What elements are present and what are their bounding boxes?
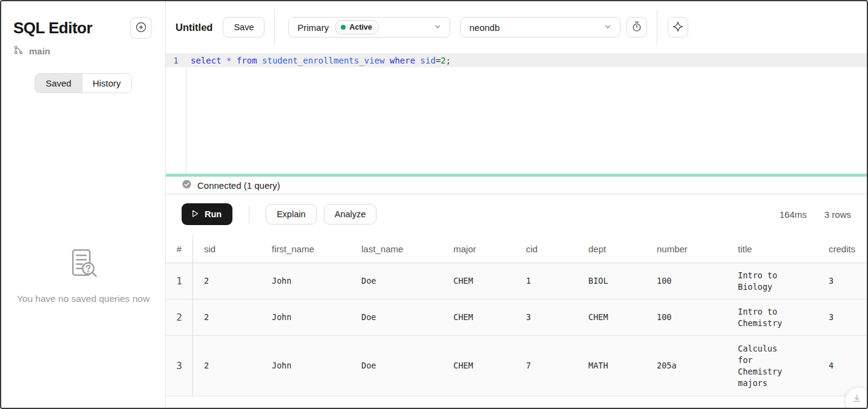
- code-editor[interactable]: 1 select * from student_enrollments_view…: [166, 53, 867, 174]
- cell-dept: CHEM: [577, 307, 646, 328]
- explain-button[interactable]: Explain: [266, 204, 317, 224]
- cell-credits: 4: [818, 355, 867, 376]
- cell-sid: 2: [193, 270, 261, 292]
- results-table: # sid first_name last_name major cid dep…: [166, 235, 867, 396]
- column-header: last_name: [350, 239, 442, 259]
- new-query-button[interactable]: [130, 17, 152, 39]
- toolbar-divider: [274, 10, 275, 45]
- status-badge-label: Active: [349, 23, 372, 31]
- cell-first-name: John: [261, 307, 350, 328]
- connection-statusbar: Connected (1 query): [166, 177, 867, 194]
- query-title: Untitled: [176, 22, 212, 33]
- cell-credits: 3: [818, 270, 867, 292]
- column-header: title: [727, 239, 818, 259]
- column-header: dept: [577, 239, 646, 259]
- cell-major: CHEM: [442, 307, 515, 328]
- column-header: cid: [515, 239, 577, 259]
- empty-state: You have no saved queries now: [1, 246, 165, 304]
- check-circle-icon: [182, 179, 192, 191]
- cell-major: CHEM: [442, 270, 515, 292]
- empty-state-text: You have no saved queries now: [17, 293, 150, 304]
- tab-saved[interactable]: Saved: [35, 74, 82, 93]
- query-timer-button[interactable]: [626, 17, 647, 38]
- cell-dept: BIOL: [577, 270, 646, 292]
- sidebar: SQL Editor main Saved History: [1, 1, 166, 408]
- ai-assist-button[interactable]: [668, 17, 688, 38]
- cell-cid: 3: [515, 307, 577, 328]
- analyze-button[interactable]: Analyze: [324, 204, 377, 224]
- cell-title: Calculus for Chemistry majors: [727, 338, 818, 394]
- saved-history-tabs: Saved History: [35, 73, 131, 93]
- play-icon: [190, 209, 200, 220]
- column-header: #: [166, 235, 193, 263]
- row-number: 1: [166, 263, 193, 299]
- gutter-divider: [186, 53, 186, 174]
- cell-title: Intro to Biology: [727, 265, 818, 298]
- column-header: credits: [818, 239, 867, 259]
- query-duration: 164ms: [780, 209, 807, 220]
- active-dot-icon: [341, 25, 346, 30]
- main-panel: Untitled Save Primary Active neondb: [166, 1, 867, 408]
- sql-query-text: select * from student_enrollments_view w…: [186, 56, 451, 65]
- cell-cid: 1: [515, 270, 577, 292]
- cell-title: Intro to Chemistry: [727, 301, 818, 334]
- run-button[interactable]: Run: [182, 203, 232, 225]
- connection-status-text: Connected (1 query): [197, 180, 280, 191]
- cell-first-name: John: [261, 270, 350, 292]
- code-line-active[interactable]: 1 select * from student_enrollments_view…: [166, 53, 867, 67]
- branch-selector-label: Primary: [297, 22, 329, 33]
- cell-cid: 7: [515, 355, 577, 376]
- document-search-icon: [66, 246, 101, 284]
- cell-last-name: Doe: [350, 307, 442, 328]
- sql-editor-window: SQL Editor main Saved History: [0, 0, 868, 409]
- sidebar-header: SQL Editor: [1, 1, 165, 39]
- cell-sid: 2: [193, 307, 261, 328]
- sparkle-icon: [672, 21, 684, 34]
- table-row[interactable]: 1 2 John Doe CHEM 1 BIOL 100 Intro to Bi…: [166, 263, 867, 299]
- download-icon: [852, 393, 862, 405]
- save-button[interactable]: Save: [223, 17, 265, 38]
- status-badge: Active: [335, 20, 379, 34]
- cell-last-name: Doe: [350, 270, 442, 292]
- stopwatch-icon: [631, 21, 643, 34]
- toolbar-divider: [657, 10, 657, 45]
- row-number: 3: [166, 336, 193, 396]
- column-header: first_name: [261, 239, 350, 259]
- row-number: 2: [166, 299, 193, 335]
- branch-indicator[interactable]: main: [1, 39, 165, 57]
- column-header: sid: [193, 239, 261, 259]
- chevron-down-icon: [603, 22, 613, 33]
- chevron-down-icon: [433, 22, 442, 33]
- line-number: 1: [166, 56, 186, 65]
- row-count: 3 rows: [824, 209, 851, 220]
- column-header: major: [442, 239, 515, 259]
- database-selector[interactable]: neondb: [460, 17, 620, 38]
- actions-divider: [249, 205, 249, 223]
- branch-selector[interactable]: Primary Active: [288, 17, 450, 38]
- table-header-row: # sid first_name last_name major cid dep…: [166, 235, 867, 263]
- table-row[interactable]: 3 2 John Doe CHEM 7 MATH 205a Calculus f…: [166, 336, 867, 396]
- cell-major: CHEM: [442, 355, 515, 376]
- cell-first-name: John: [261, 355, 350, 376]
- plus-circle-icon: [134, 21, 148, 36]
- cell-number: 100: [646, 307, 727, 328]
- column-header: number: [646, 239, 727, 259]
- query-actions: Run Explain Analyze 164ms 3 rows: [166, 194, 867, 235]
- cell-credits: 3: [818, 307, 867, 328]
- table-row[interactable]: 2 2 John Doe CHEM 3 CHEM 100 Intro to Ch…: [166, 299, 867, 336]
- page-title: SQL Editor: [13, 19, 92, 38]
- tab-history[interactable]: History: [82, 74, 131, 93]
- branch-name: main: [29, 46, 50, 56]
- cell-number: 205a: [646, 355, 727, 376]
- cell-number: 100: [646, 270, 727, 292]
- cell-dept: MATH: [577, 355, 646, 376]
- cell-sid: 2: [193, 355, 261, 376]
- git-branch-icon: [13, 45, 24, 57]
- database-selector-label: neondb: [469, 22, 499, 33]
- cell-last-name: Doe: [350, 355, 442, 376]
- editor-toolbar: Untitled Save Primary Active neondb: [166, 1, 867, 53]
- run-button-label: Run: [205, 209, 222, 219]
